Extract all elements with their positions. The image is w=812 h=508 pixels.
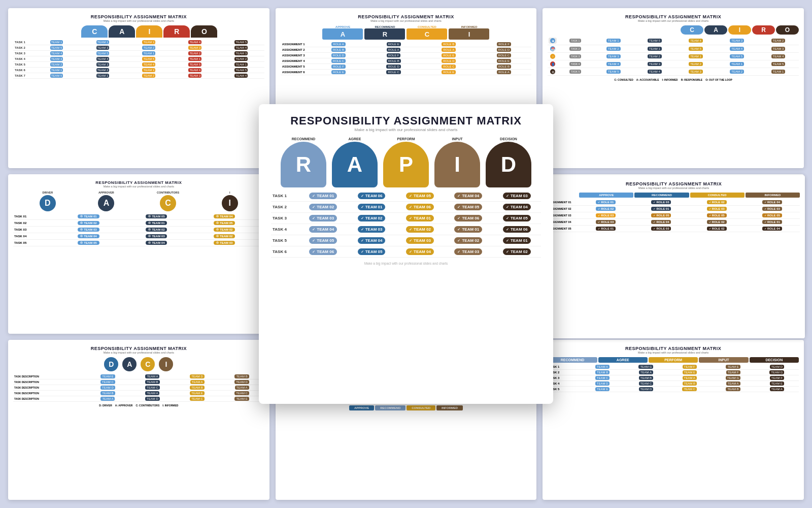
slide8-subtitle: Make a big impact with our professional …: [13, 351, 264, 354]
col-r-header: R: [163, 25, 190, 38]
center-i-badge: I: [434, 142, 480, 187]
s-checks-subtitle: Make a big impact with our professional …: [548, 186, 800, 189]
center-d-letter: D: [501, 152, 516, 177]
legend-a: A: ACCOUNTABLE: [636, 78, 659, 81]
table-row: TASK 1 TEAM 01 TEAM 06 TEAM 05 TEAM 04 T…: [271, 190, 541, 202]
legend-c: C: CONTRIBUTORS: [136, 404, 159, 407]
center-a-badge: A: [332, 142, 378, 187]
legend-o: O: OUT OF THE LOOP: [705, 78, 732, 81]
table-row: TASK DESCRIPTIONTEAM ETEAM ATEAM DTEAM B: [13, 374, 264, 379]
center-footer: Make a big impact with our professional …: [271, 262, 541, 265]
col-a-header: A: [109, 25, 135, 38]
table-row: TASK 02 TEAM 02 TEAM 01 TEAM 05: [13, 219, 264, 226]
center-p-letter: P: [399, 152, 413, 177]
table-row: 👤 TASK 4 TEAM 4TEAM 3TEAM 2TEAM 1TEAM 5: [548, 60, 799, 68]
table-row: TASK 05 TEAM 05 TEAM 04 TEAM 03: [13, 239, 264, 246]
table-row: TASK 3TEAM 4TEAM 5TEAM 1TEAM 2TEAM 3: [13, 51, 264, 56]
slide4-title: RESPONSIBILITY ASSIGNMENT MATRIX: [13, 180, 264, 185]
table-row: ★ TASK 1 TEAM 1TEAM 5TEAM 4TEAM 3TEAM 2: [548, 37, 799, 45]
slide3-table: ★ TASK 1 TEAM 1TEAM 5TEAM 4TEAM 3TEAM 2 …: [548, 37, 799, 76]
slide8-title: RESPONSIBILITY ASSIGNMENT MATRIX: [13, 346, 264, 351]
table-row: TASK 2TEAM 5TEAM 3TEAM 2TEAM 3TEAM 4: [13, 45, 264, 51]
table-row: TASK 4 TEAM 04 TEAM 03 TEAM 02 TEAM 01 T…: [271, 224, 541, 235]
center-table: TASK 1 TEAM 01 TEAM 06 TEAM 05 TEAM 04 T…: [271, 190, 541, 258]
col-informed-badge: I: [449, 28, 489, 40]
col-driver-label: DRIVER: [40, 191, 56, 194]
checks-table: ASSIGNMENT 01 ROLE 01 ROLE 03 ROLE 02 RO…: [548, 199, 800, 232]
slide1-table: TASK 1TEAM 1TEAM 1TEAM 3TEAM 4TEAM 5 TAS…: [13, 40, 264, 79]
center-col-p: PERFORM P: [382, 137, 430, 187]
table-row: 📅 TASK 2 TEAM 2TEAM 1TEAM 5TEAM 4TEAM 3: [548, 45, 799, 53]
center-col-a-label: AGREE: [349, 137, 361, 141]
legend-c: C: CONSULTED: [614, 78, 633, 81]
table-row: ASSIGNMENT 1ROLE AROLE EROLE BROLE F: [281, 42, 532, 47]
col-i-header: I: [136, 25, 162, 38]
slide3-subtitle: Make a big impact with our professional …: [548, 19, 799, 22]
center-col-i-label: INPUT: [452, 137, 463, 141]
s10-input-header: INPUT: [699, 357, 748, 363]
center-subtitle: Make a big impact with our professional …: [271, 128, 541, 132]
col-consulted-badge: C: [407, 28, 447, 40]
table-row: ASSIGNMENT 05 ROLE 01 ROLE 03 ROLE 02 RO…: [548, 226, 800, 232]
table-row: TASK 1TEAM 1TEAM 1TEAM 3TEAM 4TEAM 5: [13, 40, 264, 45]
table-row: TASK 03 TEAM 03 TEAM 02 TEAM 02: [13, 226, 264, 233]
table-row: ⚙ TASK 5 TEAM 5TEAM 4TEAM 3TEAM 2TEAM 1: [548, 68, 799, 76]
table-row: TASK 5 TEAM 05 TEAM 04 TEAM 03 TEAM 02 T…: [271, 235, 541, 246]
col-o-header: O: [191, 25, 217, 38]
col-approve-badge: A: [322, 28, 363, 40]
slide4-subtitle: Make a big impact with our professional …: [13, 185, 264, 188]
footer-consulted: CONSULTED: [407, 405, 435, 410]
table-row: ASSIGNMENT 3ROLE DROLE FROLE EROLE C: [281, 53, 532, 58]
col-c-header: C: [81, 25, 108, 38]
slide4-table: TASK 01 TEAM 01 TEAM 05 TEAM 04 TASK 02 …: [13, 213, 264, 246]
slide-10: RESPONSIBILITY ASSIGNMENT MATRIX Make a …: [543, 340, 804, 500]
s3-col-o: O: [776, 25, 799, 35]
legend-r: R: RESPONSIBLE: [681, 78, 703, 81]
center-i-letter: I: [454, 152, 460, 177]
slide2-title: RESPONSIBILITY ASSIGNMENT MATRIX: [281, 14, 532, 19]
col-c-badge: C: [160, 195, 176, 211]
center-r-badge: R: [281, 142, 326, 187]
table-row: TASK 01 TEAM 01 TEAM 05 TEAM 04: [13, 213, 264, 220]
slide-8: RESPONSIBILITY ASSIGNMENT MATRIX Make a …: [8, 340, 269, 500]
table-row: TASK 2TEAM BTEAM ATEAM ETEAM FTEAM G: [548, 370, 799, 375]
table-row: TASK 3 TEAM 03 TEAM 02 TEAM 01 TEAM 06 T…: [271, 213, 541, 224]
table-row: ASSIGNMENT 04 ROLE 03 ROLE 04 ROLE 02 RO…: [548, 219, 800, 226]
center-col-i: INPUT I: [433, 137, 482, 187]
table-row: ASSIGNMENT 6ROLE EROLE CROLE EROLE A: [281, 70, 532, 75]
s8-d-badge: D: [104, 357, 118, 371]
s3-col-r: R: [752, 25, 775, 35]
slide8-table: TASK DESCRIPTIONTEAM ETEAM ATEAM DTEAM B…: [13, 374, 264, 402]
s10-decision-header: DECISION: [750, 357, 799, 363]
legend-i: I: INFORMED: [162, 404, 178, 407]
s8-c-badge: C: [141, 357, 155, 371]
slide-4: RESPONSIBILITY ASSIGNMENT MATRIX Make a …: [8, 174, 269, 334]
slide10-table: TASK 1TEAM ATEAM GTEAM FTEAM ETEAM D TAS…: [548, 364, 799, 392]
s10-agree-header: AGREE: [598, 357, 648, 363]
center-d-badge: D: [486, 142, 531, 187]
center-r-letter: R: [296, 152, 311, 177]
center-p-badge: P: [383, 142, 429, 187]
center-col-r-label: RECOMMEND: [292, 137, 316, 141]
table-row: ASSIGNMENT 01 ROLE 01 ROLE 03 ROLE 02 RO…: [548, 199, 800, 206]
footer-recommend: RECOMMEND: [375, 405, 405, 410]
table-row: TASK DESCRIPTIONTEAM CTEAM BTEAM ATEAM D: [13, 379, 264, 385]
table-row: ASSIGNMENT 5ROLE FROLE DROLE CROLE B: [281, 64, 532, 70]
center-col-d-label: DECISION: [500, 137, 517, 141]
slide-assignment-checks: RESPONSIBILITY ASSIGNMENT MATRIX Make a …: [543, 175, 805, 338]
footer-informed: INFORMED: [436, 405, 463, 410]
center-title: RESPONSIBILITY ASSIGNMENT MATRIX: [271, 114, 541, 128]
slide-1: RESPONSIBILITY ASSIGNMENT MATRIX Make a …: [8, 8, 269, 168]
legend-i: I: INFORMED: [662, 78, 678, 81]
table-row: TASK 6 TEAM 06 TEAM 05 TEAM 04 TEAM 03 T…: [271, 246, 541, 258]
col-i-label: I: [222, 191, 238, 194]
footer-approve: APPROVE: [349, 405, 374, 410]
checks-consulted: CONSULTED: [690, 193, 745, 198]
table-row: ○ TASK 3 TEAM 3TEAM 2TEAM 1TEAM 5TEAM 4: [548, 53, 799, 60]
s8-i-badge: I: [159, 357, 173, 371]
col-contributors-label: CONTRIBUTORS: [157, 191, 179, 194]
center-a-letter: A: [347, 152, 362, 177]
table-row: TASK 5TEAM 2TEAM 3TEAM 4TEAM 5TEAM 1: [13, 62, 264, 68]
table-row: TASK 4TEAM 3TEAM 4TEAM 5TEAM 1TEAM 2: [13, 56, 264, 62]
center-col-p-label: PERFORM: [397, 137, 415, 141]
